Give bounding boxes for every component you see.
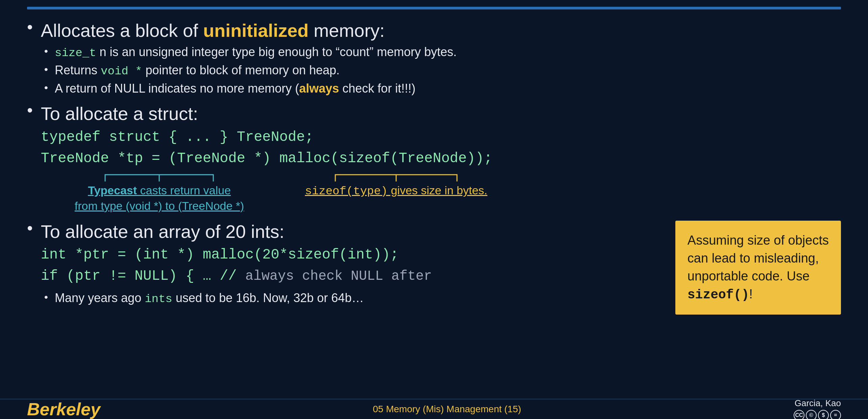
bullet-3-title-text: To allocate an array of 20 ints: xyxy=(41,221,284,242)
sub-bullet-text-1-1: size_t n is an unsigned integer type big… xyxy=(55,44,457,60)
bullet-2-content: To allocate a struct: typedef struct { .… xyxy=(41,103,841,214)
sub2-pre: Returns xyxy=(55,63,101,77)
sub3-post: check for it!!!) xyxy=(339,81,415,95)
bullet-2-title-text: To allocate a struct: xyxy=(41,103,198,124)
sub-bullet-text-3-1: Many years ago ints used to be 16b. Now,… xyxy=(55,290,364,306)
sub3-1-pre: Many years ago xyxy=(55,291,145,305)
struct-section: typedef struct { ... } TreeNode; TreeNod… xyxy=(41,127,841,214)
sub-bullet-text-1-3: A return of NULL indicates no more memor… xyxy=(55,81,415,97)
array-code-line2: if (ptr != NULL) { … // always check NUL… xyxy=(41,266,655,287)
warning-box: Assuming size of objects can lead to mis… xyxy=(675,221,841,315)
slide-container: • Allocates a block of uninitialized mem… xyxy=(0,0,868,419)
cc-icon-by: © xyxy=(806,410,817,419)
attribution-area: Garcia, Kao CC © $ = xyxy=(794,398,841,419)
slide-title: 05 Memory (Mis) Management (15) xyxy=(373,404,521,415)
bullet-dot-2: • xyxy=(27,101,33,119)
annotation-right-container: sizeof(type) gives size in bytes. xyxy=(305,171,487,199)
bullet-1-content: Allocates a block of uninitialized memor… xyxy=(41,20,841,97)
sub1-post: n is an unsigned integer type big enough… xyxy=(96,45,457,59)
annotation-row: Typecast casts return value from type (v… xyxy=(41,171,841,214)
annotation-left-container: Typecast casts return value from type (v… xyxy=(75,171,244,214)
code-treenode: TreeNode *tp = (TreeNode *) malloc(sizeo… xyxy=(41,148,841,169)
bullet-2: • To allocate a struct: typedef struct {… xyxy=(27,103,841,214)
size-t-code: size_t xyxy=(55,47,96,59)
ints-code: ints xyxy=(145,293,172,305)
berkeley-logo: Berkeley xyxy=(27,399,100,419)
sub3-pre: A return of NULL indicates no more memor… xyxy=(55,81,299,95)
cc-icons-row: CC © $ = xyxy=(794,410,841,419)
annotation-left-text: Typecast casts return value from type (v… xyxy=(75,183,244,214)
void-star-code: void * xyxy=(101,65,142,78)
lower-left: • To allocate an array of 20 ints: int *… xyxy=(27,221,655,307)
left-bracket-svg xyxy=(102,171,217,183)
sub-bullet-dot-1-1: • xyxy=(44,45,48,57)
bullet-dot-1: • xyxy=(27,18,33,36)
sub-bullet-1-2: • Returns void * pointer to block of mem… xyxy=(41,63,841,79)
annotation-left-line2: from type (void *) to (TreeNode *) xyxy=(75,199,244,212)
sub-bullet-1-3: • A return of NULL indicates no more mem… xyxy=(41,81,841,97)
lower-section: • To allocate an array of 20 ints: int *… xyxy=(27,221,841,315)
bullet-1-highlight: uninitialized xyxy=(203,20,309,41)
bullet-1-title: Allocates a block of uninitialized memor… xyxy=(41,20,841,42)
sizeof-code-warning: sizeof() xyxy=(688,288,749,302)
bullet-2-title: To allocate a struct: xyxy=(41,103,841,125)
sub-bullet-text-1-2: Returns void * pointer to block of memor… xyxy=(55,63,340,79)
array-code-block: int *ptr = (int *) malloc(20*sizeof(int)… xyxy=(41,244,655,287)
sub2-post: pointer to block of memory on heap. xyxy=(142,63,340,77)
code-line2-pre: if (ptr != NULL) { … // xyxy=(41,268,245,284)
always-check-comment: always check NULL after xyxy=(245,269,432,284)
always-highlight: always xyxy=(299,81,339,95)
sub3-1-post: used to be 16b. Now, 32b or 64b… xyxy=(172,291,364,305)
bullet-3-title: To allocate an array of 20 ints: xyxy=(41,221,655,243)
typecast-bold: Typecast xyxy=(88,184,137,197)
warning-line4-post: ! xyxy=(749,287,753,301)
array-code-line1: int *ptr = (int *) malloc(20*sizeof(int)… xyxy=(41,244,655,266)
annotation-left-rest: casts return value xyxy=(137,184,231,197)
bullet-dot-3: • xyxy=(27,219,33,237)
right-bracket-svg xyxy=(332,171,460,183)
annotation-right-text: sizeof(type) gives size in bytes. xyxy=(305,183,487,199)
warning-line1: Assuming size of objects xyxy=(688,233,829,247)
sub-bullet-1-1: • size_t n is an unsigned integer type b… xyxy=(41,44,841,60)
struct-code-block: typedef struct { ... } TreeNode; TreeNod… xyxy=(41,127,841,169)
bullet-1-sub-bullets: • size_t n is an unsigned integer type b… xyxy=(41,44,841,97)
top-bar xyxy=(27,7,841,9)
warning-line2: can lead to misleading, xyxy=(688,251,819,265)
attribution-text: Garcia, Kao xyxy=(795,398,841,409)
sub-bullet-3-1: • Many years ago ints used to be 16b. No… xyxy=(41,290,655,306)
sub-bullet-dot-1-3: • xyxy=(44,81,48,94)
bullet-1: • Allocates a block of uninitialized mem… xyxy=(27,20,841,97)
code-typedef: typedef struct { ... } TreeNode; xyxy=(41,127,841,148)
sub-bullet-dot-1-2: • xyxy=(44,63,48,76)
sub-bullet-dot-3-1: • xyxy=(44,291,48,303)
bullet-3: • To allocate an array of 20 ints: int *… xyxy=(27,221,655,307)
bottom-bar: Berkeley 05 Memory (Mis) Management (15)… xyxy=(0,399,868,419)
main-content: • Allocates a block of uninitialized mem… xyxy=(27,20,841,399)
cc-icon-nc: $ xyxy=(818,410,829,419)
bullet-3-content: To allocate an array of 20 ints: int *pt… xyxy=(41,221,655,307)
cc-icon-cc: CC xyxy=(794,410,804,419)
bullet-1-post: memory: xyxy=(309,20,385,41)
bullet-1-pre: Allocates a block of xyxy=(41,20,203,41)
annotation-right-rest: gives size in bytes. xyxy=(388,184,487,197)
sizeof-type: sizeof(type) xyxy=(305,185,388,198)
bullet-3-sub-bullets: • Many years ago ints used to be 16b. No… xyxy=(41,290,655,306)
cc-icon-nd: = xyxy=(830,410,841,419)
warning-line3: unportable code. Use xyxy=(688,269,810,283)
